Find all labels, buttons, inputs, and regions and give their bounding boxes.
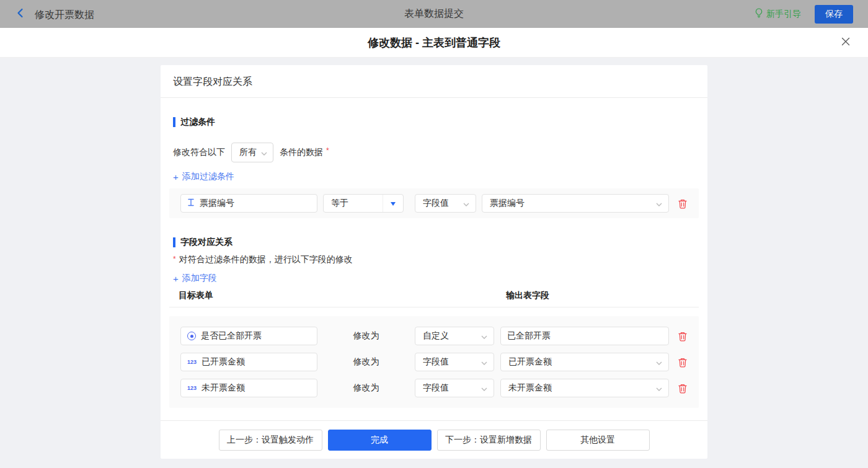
- modify-as-label: 修改为: [317, 330, 415, 342]
- plus-icon: +: [173, 274, 179, 283]
- mapping-column-headers: 目标表单 输出表字段: [169, 289, 699, 307]
- target-field-select[interactable]: 123 已开票金额: [180, 353, 317, 371]
- lightbulb-icon: [755, 8, 763, 20]
- triangle-down-icon: [383, 195, 403, 212]
- delete-filter-row-button[interactable]: [678, 198, 688, 209]
- chevron-down-icon: [656, 357, 662, 367]
- trash-icon: [678, 198, 688, 209]
- chevron-down-icon: [656, 383, 662, 393]
- output-field-column-header: 输出表字段: [506, 290, 549, 301]
- match-mode-select[interactable]: 所有: [231, 143, 273, 162]
- filter-operator-select[interactable]: 等于: [323, 194, 404, 213]
- mapping-description: * 对符合过滤条件的数据，进行以下字段的修改: [173, 254, 707, 265]
- number-field-type-icon: 123: [187, 359, 197, 365]
- modify-mode-select[interactable]: 字段值: [415, 379, 494, 397]
- section-marker: [173, 237, 175, 247]
- add-filter-condition-link[interactable]: + 添加过滤条件: [173, 171, 234, 182]
- close-icon: [841, 37, 851, 49]
- top-bar: 修改开票数据 表单数据提交 新手引导 保存: [0, 0, 868, 28]
- radio-field-type-icon: [187, 332, 196, 340]
- modify-mode-select[interactable]: 字段值: [415, 353, 494, 371]
- output-field-select[interactable]: 已开票金额: [500, 353, 669, 371]
- dialog-footer: 上一步：设置触发动作 完成 下一步：设置新增数据 其他设置: [161, 420, 707, 459]
- done-button[interactable]: 完成: [328, 430, 432, 451]
- filter-value-type-select[interactable]: 字段值: [415, 194, 476, 213]
- save-button[interactable]: 保存: [815, 5, 853, 24]
- settings-card: 设置字段对应关系 过滤条件 修改符合以下 所有 条件的数据 * +: [161, 65, 707, 459]
- required-asterisk: *: [173, 255, 176, 263]
- chevron-down-icon: [481, 357, 487, 367]
- trash-icon: [678, 357, 688, 368]
- filter-section-title: 过滤条件: [173, 117, 707, 128]
- target-form-column-header: 目标表单: [179, 290, 213, 301]
- chevron-down-icon: [481, 331, 487, 341]
- add-field-link[interactable]: + 添加字段: [173, 273, 217, 284]
- output-field-select[interactable]: 未开票金额: [500, 379, 669, 397]
- chevron-down-icon: [463, 198, 469, 208]
- filter-condition-row: 票据编号 等于 字段值 票据编号: [169, 188, 699, 218]
- modify-as-label: 修改为: [317, 356, 415, 368]
- dialog-title: 修改数据 - 主表到普通字段: [368, 35, 500, 50]
- chevron-down-icon: [481, 383, 487, 393]
- target-field-select[interactable]: 123 未开票金额: [180, 379, 317, 397]
- chevron-left-icon: [15, 7, 26, 21]
- delete-mapping-row-button[interactable]: [678, 383, 688, 394]
- delete-mapping-row-button[interactable]: [678, 331, 688, 342]
- dialog-body: 设置字段对应关系 过滤条件 修改符合以下 所有 条件的数据 * +: [0, 58, 868, 468]
- required-asterisk: *: [326, 146, 329, 155]
- custom-value-input[interactable]: [500, 327, 669, 345]
- match-suffix-label: 条件的数据: [280, 147, 323, 158]
- mapping-section-title: 字段对应关系: [173, 237, 707, 248]
- dialog-header: 修改数据 - 主表到普通字段: [0, 28, 868, 58]
- chevron-down-icon: [261, 148, 267, 157]
- section-marker: [173, 117, 175, 127]
- chevron-down-icon: [656, 198, 662, 208]
- page-title: 表单数据提交: [0, 7, 868, 20]
- back-button[interactable]: [15, 7, 26, 21]
- mapping-row: 123 未开票金额 修改为 字段值 未开票金额: [180, 379, 699, 397]
- match-prefix-label: 修改符合以下: [173, 147, 225, 158]
- card-header: 设置字段对应关系: [161, 65, 707, 98]
- mapping-row: 是否已全部开票 修改为 自定义: [180, 327, 699, 345]
- filter-value-select[interactable]: 票据编号: [482, 194, 669, 213]
- workflow-title[interactable]: 修改开票数据: [35, 9, 94, 29]
- next-step-button[interactable]: 下一步：设置新增数据: [437, 430, 541, 451]
- plus-icon: +: [173, 172, 179, 182]
- number-field-type-icon: 123: [187, 385, 197, 391]
- close-button[interactable]: [839, 37, 852, 49]
- prev-step-button[interactable]: 上一步：设置触发动作: [219, 430, 322, 451]
- trash-icon: [678, 383, 688, 394]
- modify-as-label: 修改为: [317, 382, 415, 394]
- delete-mapping-row-button[interactable]: [678, 357, 688, 368]
- trash-icon: [678, 331, 688, 342]
- mapping-row: 123 已开票金额 修改为 字段值 已开票金额: [180, 353, 699, 371]
- text-field-type-icon: [187, 198, 195, 208]
- beginner-guide-link[interactable]: 新手引导: [755, 8, 801, 20]
- filter-field-select[interactable]: 票据编号: [180, 194, 317, 213]
- beginner-guide-label: 新手引导: [766, 9, 801, 20]
- custom-value-input-field[interactable]: [501, 331, 668, 341]
- other-settings-button[interactable]: 其他设置: [546, 430, 650, 451]
- target-field-select[interactable]: 是否已全部开票: [180, 327, 317, 345]
- mapping-rows-container: 是否已全部开票 修改为 自定义: [169, 316, 699, 408]
- modify-mode-select[interactable]: 自定义: [415, 327, 494, 345]
